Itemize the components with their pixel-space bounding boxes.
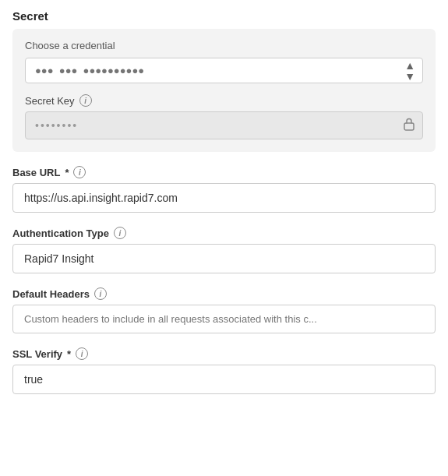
ssl-verify-label: SSL Verify * i <box>12 347 436 360</box>
secret-key-input[interactable] <box>25 111 423 139</box>
auth-type-info-icon[interactable]: i <box>114 227 126 239</box>
base-url-info-icon[interactable]: i <box>73 166 86 178</box>
ssl-verify-required-star: * <box>67 348 71 360</box>
credential-select[interactable] <box>25 58 423 83</box>
secret-key-label-text: Secret Key <box>25 95 75 107</box>
default-headers-input[interactable] <box>12 305 436 333</box>
credential-label: Choose a credential <box>25 40 423 51</box>
ssl-verify-section: SSL Verify * i <box>12 347 436 394</box>
secret-section-title: Secret <box>12 9 436 23</box>
secret-key-field-group: Secret Key i <box>25 94 423 139</box>
base-url-label-text: Base URL <box>12 167 60 178</box>
ssl-verify-input[interactable] <box>12 365 436 394</box>
auth-type-input[interactable] <box>12 244 436 273</box>
lock-icon <box>403 117 415 134</box>
base-url-section: Base URL * i <box>12 166 436 213</box>
credential-field-group: Choose a credential ▲ ▼ <box>25 40 423 83</box>
secret-key-wrapper <box>25 111 423 139</box>
auth-type-section: Authentication Type i <box>12 227 436 273</box>
default-headers-section: Default Headers i <box>12 287 436 333</box>
svg-rect-0 <box>404 123 414 130</box>
credential-select-wrapper: ▲ ▼ <box>25 58 423 83</box>
secret-section: Secret Choose a credential ▲ ▼ Secret Ke… <box>12 9 436 394</box>
ssl-verify-label-text: SSL Verify <box>12 348 62 360</box>
base-url-label: Base URL * i <box>12 166 436 178</box>
base-url-required-star: * <box>65 167 69 178</box>
secret-key-label: Secret Key i <box>25 94 423 107</box>
auth-type-label-text: Authentication Type <box>12 227 109 239</box>
secret-box: Choose a credential ▲ ▼ Secret Key i <box>12 29 436 152</box>
default-headers-info-icon[interactable]: i <box>94 287 107 300</box>
ssl-verify-info-icon[interactable]: i <box>76 347 88 360</box>
base-url-input[interactable] <box>12 183 436 213</box>
default-headers-label: Default Headers i <box>12 287 436 300</box>
secret-key-info-icon[interactable]: i <box>79 94 92 107</box>
default-headers-label-text: Default Headers <box>12 288 90 300</box>
auth-type-label: Authentication Type i <box>12 227 436 239</box>
